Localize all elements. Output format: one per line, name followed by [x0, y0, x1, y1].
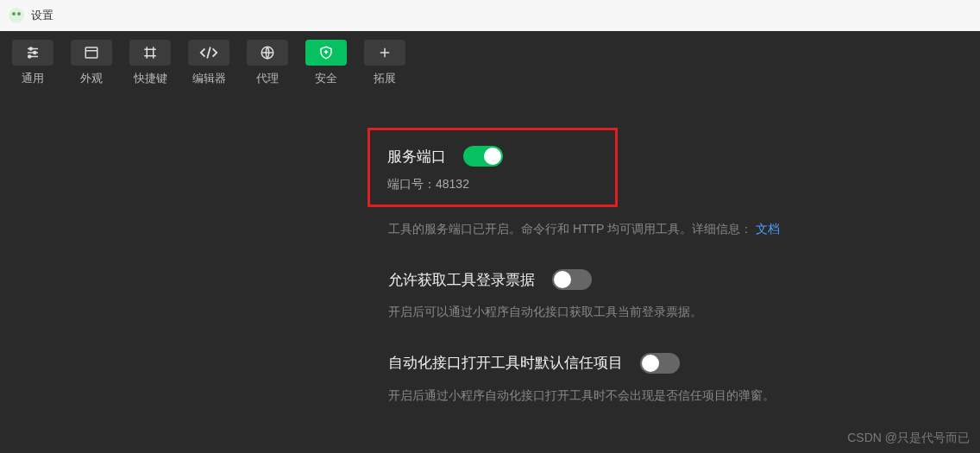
- titlebar: 设置: [0, 0, 980, 31]
- tab-security[interactable]: 安全: [305, 40, 347, 93]
- login-ticket-title: 允许获取工具登录票据: [388, 270, 535, 290]
- port-value: 48132: [436, 177, 469, 191]
- tab-appearance[interactable]: 外观: [71, 40, 112, 93]
- tab-label: 拓展: [374, 71, 396, 86]
- toggle-knob-icon: [484, 148, 501, 165]
- service-port-highlight: 服务端口 端口号：48132: [368, 128, 618, 207]
- tab-label: 安全: [315, 71, 337, 86]
- tab-extensions[interactable]: 拓展: [364, 40, 405, 93]
- login-ticket-desc: 开启后可以通过小程序自动化接口获取工具当前登录票据。: [388, 302, 980, 321]
- toggle-knob-icon: [554, 271, 571, 288]
- frame-icon: [129, 40, 171, 66]
- tab-label: 代理: [256, 71, 279, 86]
- tab-row: 通用 外观 快捷键 编辑器 代理 安全 拓展: [0, 31, 980, 93]
- doc-link[interactable]: 文档: [756, 222, 780, 236]
- auto-trust-desc: 开启后通过小程序自动化接口打开工具时不会出现是否信任项目的弹窗。: [388, 386, 980, 405]
- sliders-icon: [12, 40, 53, 66]
- tab-label: 编辑器: [192, 71, 226, 86]
- window-icon: [71, 40, 112, 66]
- tab-label: 快捷键: [134, 71, 167, 86]
- toggle-knob-icon: [642, 355, 659, 372]
- window-title: 设置: [31, 8, 53, 23]
- shield-icon: [305, 40, 347, 66]
- tab-editor[interactable]: 编辑器: [188, 40, 229, 93]
- service-port-title: 服务端口: [387, 147, 446, 167]
- auto-trust-toggle[interactable]: [640, 353, 680, 374]
- auto-trust-title: 自动化接口打开工具时默认信任项目: [388, 353, 623, 373]
- tab-general[interactable]: 通用: [12, 40, 53, 93]
- svg-point-5: [28, 55, 31, 58]
- tab-label: 外观: [80, 71, 103, 86]
- service-port-toggle[interactable]: [463, 146, 503, 167]
- svg-line-12: [207, 47, 210, 59]
- tab-label: 通用: [22, 71, 44, 86]
- login-ticket-toggle[interactable]: [552, 269, 592, 290]
- svg-point-3: [34, 52, 36, 54]
- svg-rect-6: [85, 47, 97, 58]
- plus-icon: [364, 40, 405, 66]
- app-icon: [9, 8, 24, 23]
- port-label: 端口号：: [387, 177, 436, 191]
- code-icon: [188, 40, 229, 66]
- settings-content: 服务端口 端口号：48132 工具的服务端口已开启。命令行和 HTTP 均可调用…: [0, 93, 980, 405]
- watermark: CSDN @只是代号而已: [847, 431, 970, 446]
- globe-icon: [247, 40, 288, 66]
- service-port-desc: 工具的服务端口已开启。命令行和 HTTP 均可调用工具。详细信息： 文档: [388, 219, 980, 238]
- svg-point-1: [29, 47, 32, 50]
- tab-proxy[interactable]: 代理: [247, 40, 288, 93]
- tab-shortcut[interactable]: 快捷键: [129, 40, 171, 93]
- port-number-row: 端口号：48132: [387, 177, 598, 192]
